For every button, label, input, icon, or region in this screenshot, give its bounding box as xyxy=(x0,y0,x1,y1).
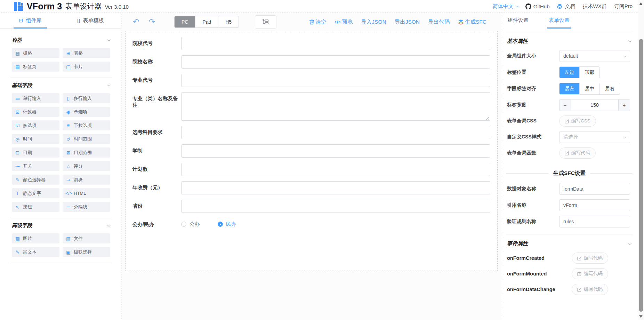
chevron-down-icon[interactable] xyxy=(628,39,632,42)
radio-option-private[interactable]: 民办 xyxy=(218,221,236,227)
widget-item-picture[interactable]: ▧图片 xyxy=(12,233,59,243)
form-field-row[interactable]: 省份 xyxy=(129,200,494,213)
option-left[interactable]: 左边 xyxy=(560,67,579,78)
device-pc[interactable]: PC xyxy=(175,16,195,27)
device-h5[interactable]: H5 xyxy=(218,16,239,27)
plus-button[interactable]: + xyxy=(619,99,630,111)
docs-link[interactable]: 文档 xyxy=(557,3,575,10)
widget-item-button[interactable]: ↖按钮 xyxy=(12,202,59,212)
field-input[interactable] xyxy=(181,163,490,176)
widget-item-checkbox[interactable]: ☑多选项 xyxy=(12,120,59,130)
field-input[interactable] xyxy=(181,200,490,213)
form-canvas[interactable]: 院校代号 院校名称 专业代号 专业（类）名称及备注 xyxy=(125,31,498,271)
field-input[interactable] xyxy=(181,144,490,158)
import-json-button[interactable]: 导入JSON xyxy=(361,18,386,26)
github-icon xyxy=(525,3,531,9)
generate-sfc-button[interactable]: 生成SFC xyxy=(458,18,486,26)
clear-button[interactable]: 清空 xyxy=(309,18,326,26)
scroll-down-arrow-icon[interactable] xyxy=(639,315,643,318)
form-field-row[interactable]: 专业（类）名称及备注 xyxy=(129,92,494,121)
chevron-down-icon[interactable] xyxy=(107,83,111,87)
option-align-left[interactable]: 居左 xyxy=(560,83,579,94)
redo-icon[interactable]: ↷ xyxy=(148,18,155,26)
edit-code-button[interactable]: 编写代码 xyxy=(572,268,608,279)
scrollbar-thumb[interactable] xyxy=(639,39,643,312)
rules-name-input[interactable] xyxy=(559,216,630,227)
custom-css-select[interactable]: 请选择 xyxy=(559,131,630,143)
widget-item-grid[interactable]: ▦栅格 xyxy=(12,48,59,58)
widget-item-cascader[interactable]: ▣级联选择 xyxy=(63,247,110,257)
widget-item-html[interactable]: </>HTML xyxy=(63,188,110,198)
radio-option-public[interactable]: 公办 xyxy=(181,221,200,227)
preview-button[interactable]: 预览 xyxy=(335,18,353,26)
field-textarea[interactable] xyxy=(181,92,490,121)
export-json-button[interactable]: 导出JSON xyxy=(395,18,420,26)
form-field-row[interactable]: 专业代号 xyxy=(129,74,494,87)
widget-item-tabs[interactable]: ▤标签页 xyxy=(12,62,59,72)
widget-item-counter[interactable]: ⊡计数器 xyxy=(12,107,59,117)
field-input[interactable] xyxy=(181,126,490,139)
widget-item-select[interactable]: ≡下拉选项 xyxy=(63,120,110,130)
field-input[interactable] xyxy=(181,181,490,194)
edit-code-button[interactable]: 编写代码 xyxy=(572,253,608,264)
device-pad[interactable]: Pad xyxy=(195,16,218,27)
edit-code-button[interactable]: 编写代码 xyxy=(559,147,596,159)
widget-item-divider[interactable]: ─分隔线 xyxy=(63,202,110,212)
form-field-row[interactable]: 计划数 xyxy=(129,163,494,176)
field-input[interactable] xyxy=(181,55,490,69)
widget-item-textarea[interactable]: ▯多行输入 xyxy=(63,93,110,103)
event-label: onFormMounted xyxy=(507,271,572,277)
tab-component-settings[interactable]: 组件设置 xyxy=(508,13,529,28)
form-field-row[interactable]: 年收费（元） xyxy=(129,181,494,194)
global-size-select[interactable]: default xyxy=(559,50,630,62)
form-field-row[interactable]: 院校代号 xyxy=(129,37,494,50)
widget-item-radio[interactable]: ◉单选项 xyxy=(63,107,110,117)
form-field-row[interactable]: 选考科目要求 xyxy=(129,126,494,139)
tab-component-library[interactable]: ⊡ 组件库 xyxy=(0,13,61,28)
data-object-name-input[interactable] xyxy=(559,183,630,195)
form-field-row[interactable]: 学制 xyxy=(129,144,494,158)
minus-button[interactable]: − xyxy=(560,99,571,111)
chevron-down-icon[interactable] xyxy=(107,223,111,227)
resize-handle[interactable] xyxy=(486,116,489,120)
export-code-button[interactable]: 导出代码 xyxy=(428,18,450,26)
field-input[interactable] xyxy=(181,74,490,87)
widget-item-rich-text[interactable]: ✎富文本 xyxy=(12,247,59,257)
widget-item-switch[interactable]: ⊶开关 xyxy=(12,161,59,171)
tab-form-settings[interactable]: 表单设置 xyxy=(549,13,570,28)
edit-code-button[interactable]: 编写代码 xyxy=(572,284,608,295)
widget-item-rate[interactable]: ☆评分 xyxy=(63,161,110,171)
undo-icon[interactable]: ↶ xyxy=(133,18,139,26)
tab-form-templates[interactable]: ▯ 表单模板 xyxy=(61,13,121,28)
option-align-center[interactable]: 居中 xyxy=(579,83,599,94)
scroll-up-arrow-icon[interactable] xyxy=(639,2,643,5)
subscribe-pro-link[interactable]: 订阅Pro xyxy=(614,3,633,10)
field-input[interactable] xyxy=(181,37,490,50)
chevron-down-icon[interactable] xyxy=(628,241,632,245)
form-field-row[interactable]: 公办/民办 公办 民办 xyxy=(129,218,494,228)
widget-item-date[interactable]: ⊟日期 xyxy=(12,147,59,158)
widget-item-slider[interactable]: ⊸滑块 xyxy=(63,175,110,185)
ref-name-input[interactable] xyxy=(559,199,630,211)
edit-css-button[interactable]: 编写CSS xyxy=(559,115,596,127)
widget-item-single-input[interactable]: ▭单行输入 xyxy=(12,93,59,103)
node-tree-button[interactable] xyxy=(255,15,276,29)
option-top[interactable]: 顶部 xyxy=(579,67,599,78)
widget-item-time[interactable]: ◷时间 xyxy=(12,134,59,144)
page-scrollbar[interactable] xyxy=(638,0,644,320)
github-link[interactable]: GitHub xyxy=(525,3,550,9)
form-field-row[interactable]: 院校名称 xyxy=(129,55,494,69)
chevron-down-icon[interactable] xyxy=(107,38,111,41)
language-dropdown[interactable]: 简体中文 xyxy=(493,3,518,10)
widget-item-card[interactable]: ▢卡片 xyxy=(63,62,110,72)
option-align-right[interactable]: 居右 xyxy=(599,83,620,94)
widget-item-color-picker[interactable]: ✎颜色选择器 xyxy=(12,175,59,185)
widget-item-static-text[interactable]: T静态文字 xyxy=(12,188,59,198)
widget-item-table[interactable]: ⊞表格 xyxy=(63,48,110,58)
widget-item-time-range[interactable]: ↺时间范围 xyxy=(63,134,110,144)
widget-item-file[interactable]: ▥文件 xyxy=(63,233,110,243)
widget-item-date-range[interactable]: ⊠日期范围 xyxy=(63,147,110,158)
edit-pencil-icon xyxy=(577,256,582,261)
stepper-value[interactable]: 150 xyxy=(571,99,619,111)
wx-group-link[interactable]: 技术WX群 xyxy=(582,3,606,10)
